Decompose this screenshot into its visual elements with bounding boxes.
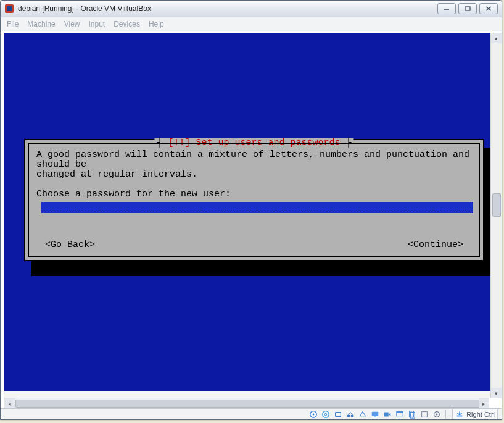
menubar: File Machine View Input Devices Help bbox=[1, 17, 502, 31]
svg-rect-16 bbox=[374, 416, 376, 417]
recording-icon[interactable] bbox=[382, 409, 392, 419]
drag-drop-icon[interactable] bbox=[419, 409, 429, 419]
usb-icon[interactable] bbox=[333, 409, 343, 419]
window-buttons bbox=[437, 3, 498, 14]
window-title: debian [Running] - Oracle VM VirtualBox bbox=[18, 4, 437, 13]
dialog-buttons: <Go Back> <Continue> bbox=[45, 240, 463, 250]
svg-rect-22 bbox=[422, 411, 428, 417]
vertical-scroll-thumb[interactable] bbox=[492, 193, 501, 217]
svg-rect-15 bbox=[372, 411, 379, 416]
password-input[interactable] bbox=[41, 202, 473, 213]
close-button[interactable] bbox=[479, 3, 498, 14]
scroll-up-button[interactable]: ▴ bbox=[491, 33, 502, 43]
continue-button[interactable]: <Continue> bbox=[408, 240, 463, 250]
shared-folders-icon[interactable] bbox=[358, 409, 368, 419]
titlebar[interactable]: debian [Running] - Oracle VM VirtualBox bbox=[1, 1, 502, 17]
svg-rect-19 bbox=[397, 411, 403, 413]
dialog-inner: A good password will contain a mixture o… bbox=[28, 143, 480, 257]
content-viewport: ┤ [!!] Set up users and passwords ├ A go… bbox=[4, 33, 498, 398]
clipboard-icon[interactable] bbox=[407, 409, 417, 419]
svg-point-24 bbox=[436, 413, 438, 415]
display-icon[interactable] bbox=[370, 409, 380, 419]
statusbar: Right Ctrl bbox=[1, 408, 502, 419]
scroll-down-button[interactable]: ▾ bbox=[491, 388, 502, 398]
go-back-button[interactable]: <Go Back> bbox=[45, 240, 95, 250]
optical-drive-icon[interactable] bbox=[321, 409, 331, 419]
audio-icon[interactable] bbox=[395, 409, 405, 419]
vm-screen[interactable]: ┤ [!!] Set up users and passwords ├ A go… bbox=[4, 33, 492, 391]
svg-rect-12 bbox=[351, 414, 353, 417]
menu-help[interactable]: Help bbox=[149, 20, 164, 28]
vertical-scrollbar[interactable]: ▴ ▾ bbox=[490, 33, 502, 398]
dialog-body: A good password will contain a mixture o… bbox=[36, 150, 472, 199]
svg-line-14 bbox=[350, 412, 353, 414]
svg-rect-25 bbox=[457, 415, 463, 416]
horizontal-scroll-thumb[interactable] bbox=[15, 400, 479, 408]
svg-rect-11 bbox=[347, 414, 350, 417]
svg-rect-1 bbox=[7, 6, 12, 11]
maximize-button[interactable] bbox=[458, 3, 477, 14]
menu-devices[interactable]: Devices bbox=[114, 20, 140, 28]
password-underline bbox=[41, 211, 473, 212]
svg-rect-10 bbox=[336, 412, 341, 416]
hard-disk-icon[interactable] bbox=[308, 409, 318, 419]
menu-input[interactable]: Input bbox=[89, 20, 105, 28]
app-icon bbox=[4, 4, 14, 14]
settings-icon[interactable] bbox=[432, 409, 442, 419]
virtualbox-window: debian [Running] - Oracle VM VirtualBox … bbox=[0, 0, 502, 420]
scroll-right-button[interactable]: ▸ bbox=[479, 398, 489, 409]
minimize-button[interactable] bbox=[437, 3, 456, 14]
svg-rect-3 bbox=[465, 7, 470, 10]
svg-line-13 bbox=[349, 412, 351, 414]
network-icon[interactable] bbox=[345, 409, 355, 419]
keyboard-icon bbox=[455, 410, 464, 419]
svg-point-7 bbox=[313, 413, 315, 415]
installer-dialog: ┤ [!!] Set up users and passwords ├ A go… bbox=[24, 139, 484, 261]
svg-point-9 bbox=[324, 413, 327, 416]
statusbar-separator bbox=[445, 410, 446, 419]
scroll-left-button[interactable]: ◂ bbox=[4, 398, 15, 409]
host-key-label: Right Ctrl bbox=[466, 411, 495, 418]
host-key-indicator[interactable]: Right Ctrl bbox=[452, 409, 498, 419]
menu-file[interactable]: File bbox=[7, 20, 19, 28]
svg-rect-17 bbox=[384, 412, 389, 416]
menu-view[interactable]: View bbox=[64, 20, 80, 28]
horizontal-scrollbar[interactable]: ◂ ▸ bbox=[4, 398, 489, 409]
menu-machine[interactable]: Machine bbox=[27, 20, 55, 28]
